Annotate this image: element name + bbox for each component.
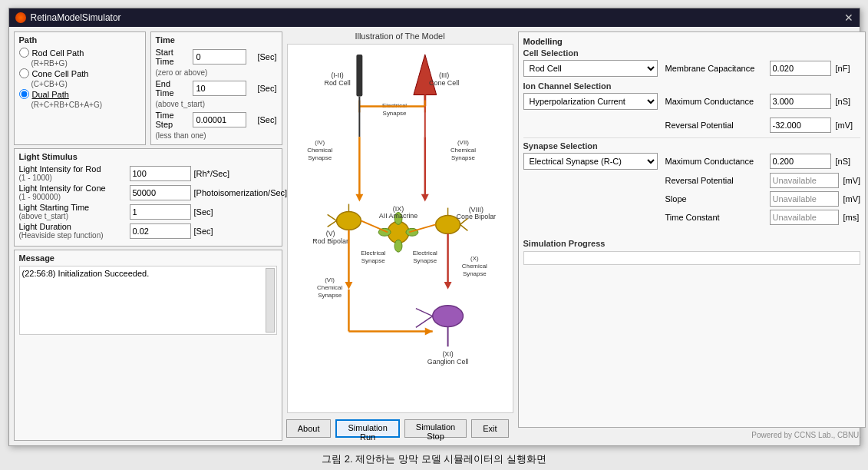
light-duration-input[interactable] (130, 223, 191, 239)
time-step-note: (less than one) (156, 131, 277, 140)
window-title: RetinaModelSimulator (31, 12, 121, 23)
rev-pot2-input (770, 173, 839, 188)
start-time-label: Start Time (156, 48, 190, 66)
reversal-pot-input[interactable] (770, 118, 831, 133)
svg-text:Rod Cell: Rod Cell (324, 79, 350, 87)
rod-cell-radio[interactable] (19, 48, 29, 58)
message-text: (22:56:8) Initialization Succeeded. (22, 269, 150, 278)
illustration-area: (I-II) Rod Cell (III) Cone Cell Electric… (287, 44, 513, 413)
svg-text:(III): (III) (438, 71, 448, 79)
simulation-run-button[interactable]: Simulation Run (335, 419, 399, 438)
svg-text:Ganglion Cell: Ganglion Cell (427, 358, 468, 366)
synapse-dropdown[interactable]: Electrical Synapse (R-C) Chemical Synaps… (523, 153, 658, 170)
time-step-label: Time Step (156, 111, 190, 129)
svg-text:Electrical: Electrical (361, 250, 385, 257)
end-time-unit: [Sec] (257, 84, 276, 93)
rod-cell-label: Rod Cell Path (32, 48, 84, 58)
light-duration-row: Light Duration (Heaviside step function)… (19, 222, 277, 240)
progress-bar (523, 251, 861, 265)
ion-channel-dropdown[interactable]: Hyperpolarization Current (523, 93, 658, 110)
illustration-title: Illustration of The Model (287, 31, 513, 41)
rev-pot2-unit: [mV] (843, 176, 861, 185)
svg-text:AII Amacrine: AII Amacrine (378, 212, 417, 220)
svg-text:Synapse: Synapse (308, 154, 332, 161)
start-time-note: (zero or above) (156, 68, 277, 77)
svg-text:(XI): (XI) (442, 350, 453, 358)
svg-point-64 (432, 306, 463, 327)
max-cond-input[interactable] (770, 94, 831, 109)
start-time-unit: [Sec] (257, 52, 276, 61)
message-content[interactable]: (22:56:8) Initialization Succeeded. (19, 266, 277, 335)
synapse-selection-label: Synapse Selection (523, 141, 861, 151)
time-const-unit: [ms] (843, 213, 860, 222)
end-time-input[interactable] (193, 81, 246, 96)
svg-point-36 (394, 240, 402, 252)
svg-point-5 (357, 66, 361, 71)
light-start-input[interactable] (130, 204, 191, 220)
light-start-label: Light Starting Time (19, 203, 127, 212)
path-time-row: Path Rod Cell Path (R+RB+G) Cone Cell Pa… (14, 31, 282, 145)
light-duration-sub: (Heaviside step function) (19, 231, 127, 240)
exit-button[interactable]: Exit (471, 419, 508, 438)
light-start-row: Light Starting Time (above t_start) [Sec… (19, 203, 277, 220)
main-content: Path Rod Cell Path (R+RB+G) Cone Cell Pa… (9, 27, 860, 445)
reversal-pot-label: Reversal Potential (665, 121, 765, 130)
svg-text:Cone Cell: Cone Cell (429, 79, 459, 87)
svg-text:Synapse: Synapse (361, 257, 384, 264)
slope-input (770, 191, 839, 207)
message-label: Message (19, 253, 277, 263)
cone-intensity-input[interactable] (130, 185, 191, 200)
time-const-input (770, 210, 839, 225)
svg-text:Cone Bipolar: Cone Bipolar (456, 213, 496, 220)
svg-text:(VIII): (VIII) (468, 206, 483, 213)
time-step-unit: [Sec] (257, 115, 276, 124)
svg-text:(V): (V) (325, 230, 335, 237)
rod-intensity-label: Light Intensity for Rod (19, 164, 127, 174)
rod-intensity-input[interactable] (130, 166, 191, 181)
title-bar: RetinaModelSimulator ✕ (9, 8, 860, 27)
rod-cell-path-row: Rod Cell Path (19, 48, 140, 58)
simulation-stop-button[interactable]: Simulation Stop (404, 419, 467, 438)
path-label: Path (19, 35, 140, 45)
illustration-svg: (I-II) Rod Cell (III) Cone Cell Electric… (288, 45, 513, 412)
max-cond2-input[interactable] (770, 154, 831, 169)
rod-cell-sub: (R+RB+G) (31, 59, 140, 68)
left-panel: Path Rod Cell Path (R+RB+G) Cone Cell Pa… (14, 31, 282, 441)
cone-intensity-unit: [Photoisomerization/Sec] (194, 188, 288, 197)
start-time-input[interactable] (193, 49, 246, 65)
caption: 그림 2. 제안하는 망막 모델 시뮬레이터의 실행화면 (322, 452, 546, 466)
end-time-label: End Time (156, 79, 190, 98)
svg-text:Synapse: Synapse (413, 257, 437, 264)
time-group: Time Start Time [Sec] (zero or above) En… (150, 31, 282, 145)
membrane-cap-label: Membrane Capacitance (665, 64, 765, 73)
dual-path-radio[interactable] (19, 89, 29, 99)
membrane-cap-input[interactable] (770, 61, 831, 76)
svg-text:Synapse: Synapse (318, 292, 342, 299)
svg-text:Electrical: Electrical (412, 250, 437, 257)
bottom-bar: About Simulation Run Simulation Stop Exi… (287, 416, 513, 441)
max-cond2-label: Maximum Conductance (665, 157, 765, 166)
cone-intensity-label: Light Intensity for Cone (19, 184, 127, 193)
cone-cell-label: Cone Cell Path (32, 69, 89, 78)
dual-path-sub: (R+C+RB+CB+A+G) (31, 101, 140, 110)
svg-text:(I-II): (I-II) (331, 71, 343, 79)
rev-pot2-label: Reversal Potential (665, 176, 765, 185)
light-start-sub: (above t_start) (19, 212, 127, 220)
cone-intensity-range: (1 - 900000) (19, 193, 127, 201)
light-duration-unit: [Sec] (194, 227, 277, 236)
sim-progress-label: Simulation Progress (523, 239, 861, 248)
close-button[interactable]: ✕ (844, 12, 853, 24)
svg-text:Rod Bipolar: Rod Bipolar (312, 237, 348, 245)
cone-cell-radio[interactable] (19, 68, 29, 78)
time-step-input[interactable] (193, 112, 246, 127)
rod-intensity-row: Light Intensity for Rod (1 - 1000) [Rh*/… (19, 164, 277, 182)
svg-text:(X): (X) (470, 255, 479, 262)
light-stimulus-group: Light Stimulus Light Intensity for Rod (… (14, 148, 282, 247)
max-cond-unit: [nS] (836, 97, 851, 106)
path-group: Path Rod Cell Path (R+RB+G) Cone Cell Pa… (14, 31, 146, 145)
about-button[interactable]: About (286, 419, 332, 438)
cell-selection-dropdown[interactable]: Rod Cell Cone Cell (523, 60, 658, 77)
rod-intensity-unit: [Rh*/Sec] (194, 169, 277, 178)
cone-cell-sub: (C+CB+G) (31, 80, 140, 89)
powered-by: Powered by CCNS Lab., CBNU. (518, 431, 866, 441)
